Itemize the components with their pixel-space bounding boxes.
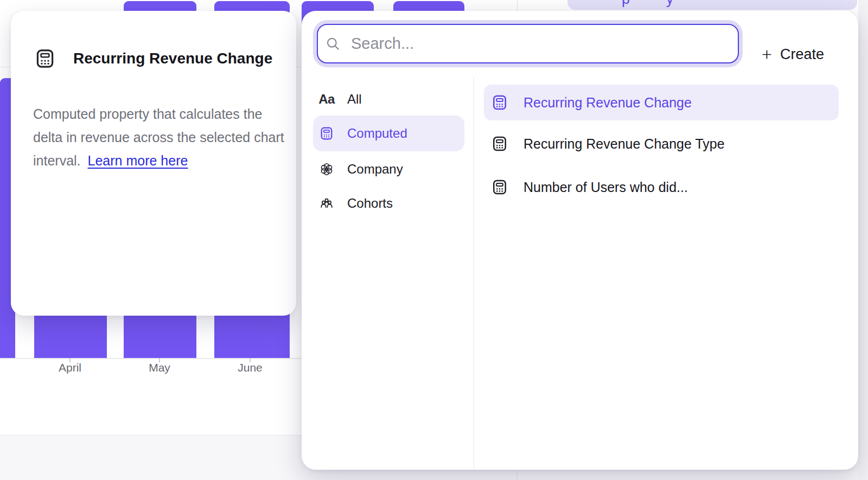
search-focus-ring	[313, 20, 743, 67]
learn-more-link[interactable]: Learn more here	[88, 153, 188, 168]
result-item-number-of-users[interactable]: Number of Users who did...	[484, 169, 839, 205]
cohorts-people-icon	[320, 196, 334, 210]
axis-label-april: April	[59, 361, 81, 374]
category-label: Computed	[347, 126, 407, 141]
property-title: Recurring Revenue Change	[73, 50, 272, 67]
clipped-text-fragment: p	[622, 0, 630, 8]
result-item-recurring-revenue-change-type[interactable]: Recurring Revenue Change Type	[484, 126, 839, 162]
calculator-icon	[492, 94, 508, 111]
description-line: interval.Learn more here	[33, 149, 284, 172]
tooltip-header: Recurring Revenue Change	[35, 47, 272, 71]
calculator-icon	[320, 126, 334, 140]
result-item-recurring-revenue-change[interactable]: Recurring Revenue Change	[484, 85, 839, 120]
category-item-cohorts[interactable]: Cohorts	[313, 185, 464, 221]
clipped-text-fragment: y	[666, 0, 674, 8]
search-input[interactable]	[340, 28, 738, 60]
property-description: Computed property that calculates the de…	[33, 103, 284, 172]
search-icon	[326, 36, 340, 51]
property-picker-modal: Create Aa All Computed	[302, 11, 858, 470]
result-label: Recurring Revenue Change Type	[524, 136, 725, 152]
category-label: Company	[347, 162, 403, 177]
text-format-icon: Aa	[320, 92, 334, 106]
property-tooltip-card: Recurring Revenue Change Computed proper…	[11, 11, 296, 316]
category-label: All	[347, 92, 362, 107]
category-label: Cohorts	[347, 196, 393, 211]
axis-label-june: June	[238, 361, 263, 374]
description-line: delta in revenue across the selected cha…	[33, 126, 284, 149]
background-right-strip	[858, 0, 868, 480]
axis-label-may: May	[149, 361, 170, 374]
category-item-computed[interactable]: Computed	[313, 116, 464, 151]
result-label: Number of Users who did...	[524, 180, 688, 195]
description-line: Computed property that calculates the	[33, 103, 284, 126]
plus-icon	[761, 48, 773, 61]
company-cluster-icon	[320, 162, 334, 176]
create-button-label: Create	[780, 46, 824, 63]
screen: April May June p y Recurring Revenue Cha…	[0, 0, 868, 480]
result-label: Recurring Revenue Change	[524, 95, 692, 111]
category-item-company[interactable]: Company	[313, 151, 464, 187]
clipped-highlight-pill: p y	[567, 0, 857, 10]
calculator-icon	[35, 48, 55, 69]
description-line-end: interval.	[33, 153, 81, 168]
create-button[interactable]: Create	[761, 35, 824, 74]
calculator-icon	[492, 136, 508, 152]
category-item-all[interactable]: Aa All	[313, 81, 464, 117]
list-divider	[474, 77, 474, 469]
calculator-icon	[492, 179, 508, 195]
search-box[interactable]	[317, 24, 739, 63]
